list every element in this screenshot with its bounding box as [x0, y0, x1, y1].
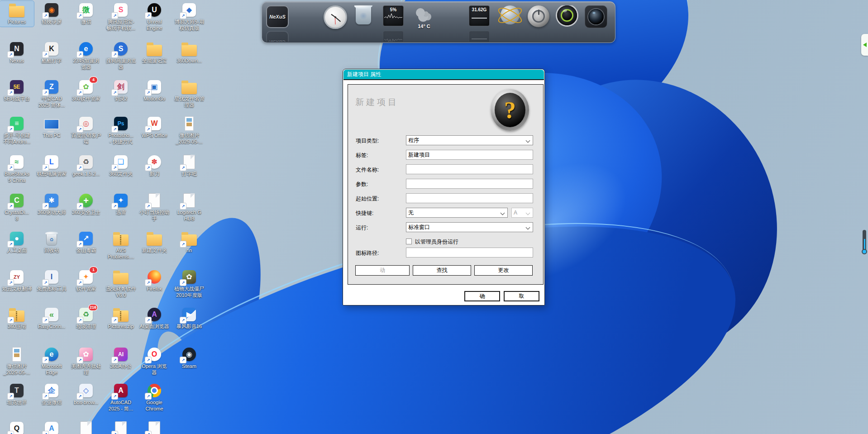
- dock-item-clock[interactable]: [323, 5, 348, 42]
- desktop-icon-plants-vs-zombies[interactable]: ✿↗植物大战僵尸 2010年度版: [172, 268, 206, 300]
- params-input[interactable]: [406, 179, 533, 189]
- desktop-icon-avs-problems-folder[interactable]: AVS Problems....: [104, 229, 138, 262]
- desktop-icon-free-icon-tool[interactable]: I↗免费图标工具: [34, 268, 69, 294]
- dock-item-network-globe[interactable]: [497, 5, 523, 42]
- find-button[interactable]: 查找: [413, 265, 471, 276]
- desktop-icon-meitu-batch[interactable]: ✿↗美图秀秀批处 理: [69, 345, 103, 377]
- desktop-icon-firefox[interactable]: ↗Firefox: [137, 268, 172, 294]
- desktop-icon-pictures[interactable]: Pictures: [0, 1, 34, 27]
- run-mode-select[interactable]: 标准窗口: [406, 222, 533, 232]
- desktop-icon-microsoft-edge[interactable]: e↗Microsoft Edge: [34, 345, 69, 377]
- desktop-icon-ai-desktop-browser[interactable]: A↗AI桌面浏览器: [137, 305, 172, 331]
- desktop-icon-360-driver-master[interactable]: ✱↗360驱动大师: [34, 191, 69, 217]
- desktop-icon-wechat-image-1[interactable]: 微信图片 _2025-05-...: [172, 114, 206, 147]
- desktop-icon-new-folder[interactable]: 新建文件夹: [137, 229, 172, 255]
- desktop-icon-sogou-browser[interactable]: S↗搜狗高速浏览 器: [104, 40, 138, 72]
- desktop-icon-geek-uninstaller[interactable]: ♻↗geek.1.5.2...: [69, 153, 103, 179]
- desktop-icon-lenovo-pc-manager[interactable]: L↗联想电脑管家: [34, 153, 69, 179]
- dock-item-recycle-bin[interactable]: [351, 5, 376, 42]
- desktop-icon-typing-bar[interactable]: ↗打字吧: [172, 153, 206, 179]
- file-name-input[interactable]: [406, 164, 533, 174]
- desktop-icon-360-safe-guard[interactable]: +↗360安全卫士: [69, 191, 103, 217]
- desktop-icon-steam[interactable]: ◉↗Steam: [172, 345, 206, 371]
- desktop-icon-360-folder[interactable]: ❏↗360文件夹: [104, 153, 138, 179]
- thermometer-icon[interactable]: [862, 230, 867, 256]
- dock-item-ram-meter[interactable]: 31.62G31.62G: [467, 5, 492, 42]
- desktop-icon-baidu-marketing[interactable]: ◎↗百度营销客户 端: [69, 114, 103, 147]
- ok-button[interactable]: 确: [464, 291, 500, 301]
- desktop-icon-photoshop[interactable]: Ps↗Photosho... - 快捷方式: [104, 114, 138, 147]
- project-type-select[interactable]: 程序: [406, 135, 533, 145]
- desktop-icon-5e-platform[interactable]: 5E↗5E对战平台: [0, 78, 34, 104]
- cancel-button[interactable]: 取: [504, 291, 539, 301]
- dock-item-nexus-launcher[interactable]: NeXuSNeXuS: [265, 5, 290, 42]
- desktop-icon-zwcad-2025[interactable]: Z↗中望CAD 2025 简体...: [34, 78, 69, 110]
- desktop-icon-2345-browser[interactable]: e↗2345加速浏 览器: [69, 40, 103, 72]
- desktop-icon-xunlei-thunder[interactable]: ✦↗迅雷: [104, 191, 138, 217]
- desktop-icon-wps-office[interactable]: W↗WPS Office: [137, 114, 172, 140]
- desktop-icon-tencent-app-store[interactable]: S↗腾讯应用宝- 畅玩手机软...: [104, 1, 138, 33]
- desktop-icon-boyi-master-5[interactable]: ◆↗博易大师5-期 权仿真版: [172, 1, 206, 33]
- desktop-icon-baofeng-player[interactable]: ▶↗暴风影音16: [172, 305, 206, 331]
- desktop-icon-ai-desktop[interactable]: ●↗人工桌面: [0, 229, 34, 255]
- desktop-icon-wecom[interactable]: 企↗企业微信: [34, 382, 69, 407]
- desktop-icon-autocad-2025[interactable]: A↗AutoCAD 2025 - 简...: [104, 382, 138, 414]
- desktop-icon-junk-cleaner[interactable]: ♻↗216垃圾清理: [69, 305, 103, 331]
- dock-item-speaker[interactable]: [554, 5, 580, 42]
- desktop-icon-android-multi[interactable]: ≡↗多开-可创建 不同Andro...: [0, 114, 34, 147]
- shortcut-arrow-icon: ↗: [111, 12, 118, 19]
- desktop-icon-360-ai-office[interactable]: AI↗360A办公: [104, 345, 138, 371]
- desktop-icon-nn-folder[interactable]: ↗nn: [172, 229, 206, 255]
- launch-button[interactable]: 动: [355, 265, 410, 276]
- label-input[interactable]: 新建项目: [406, 150, 533, 160]
- desktop-icon-pictures-zip[interactable]: ↗Pictures.zip: [104, 305, 138, 331]
- desktop-icon-opera[interactable]: O↗Opera 浏览 器: [137, 345, 172, 377]
- desktop-icon-qq[interactable]: Q↗: [0, 420, 34, 434]
- dock-item-cpu-meter[interactable]: 5%5%: [381, 5, 406, 42]
- desktop-icon-wechat-image-2[interactable]: 微信图片 _2025-05-...: [0, 345, 34, 377]
- admin-checkbox[interactable]: [406, 238, 412, 244]
- desktop-icon-google-chrome[interactable]: ↗Google Chrome: [137, 382, 172, 414]
- desktop-icon-bos-browser[interactable]: ◇↗bos-brow...: [69, 382, 103, 407]
- desktop-icon-360down-folder[interactable]: 360Down...: [172, 40, 206, 66]
- desktop-icon-kuku-typing[interactable]: K↗酷酷打字: [34, 40, 69, 66]
- desktop-icon-recycle-bin[interactable]: ♻回收站: [34, 229, 69, 255]
- desktop-icon-partial-doc-1[interactable]: [69, 420, 103, 434]
- desktop-icon-bluestacks-5[interactable]: ≈↗BlueStacks 5 China: [0, 153, 34, 185]
- desktop-icon-wechat[interactable]: 微↗微信: [69, 1, 103, 27]
- desktop-icon-unreal-engine[interactable]: U↗Unreal Engine: [137, 1, 172, 33]
- desktop-icon-motiongo[interactable]: ▣↗MotionGo: [137, 78, 172, 104]
- desktop-icon-file-name-manager-folder[interactable]: 星优文件名管 理器: [172, 78, 206, 110]
- icon-path-input[interactable]: [406, 248, 533, 258]
- start-location-input[interactable]: [406, 193, 533, 203]
- desktop-icon-nexus[interactable]: N↗Nexus: [0, 40, 34, 66]
- hotkey-modifier-select[interactable]: A: [511, 208, 533, 218]
- desktop-icon-logitech-g-hub[interactable]: ↗Logitech G HUB: [172, 191, 206, 224]
- hotkey-select[interactable]: 无: [406, 208, 508, 218]
- desktop-icon-screen-recorder[interactable]: ◉↗轻映录屏: [34, 1, 69, 27]
- desktop-icon-zhiyun-translator[interactable]: ZY↗知云文献翻译: [0, 268, 34, 294]
- dialog-titlebar[interactable]: 新建项目 属性: [343, 70, 544, 80]
- dock-item-camera[interactable]: [583, 5, 609, 42]
- desktop-icon-kingsoft-antivirus[interactable]: ↗↗金山毒霸: [69, 229, 103, 255]
- desktop-icon-software-manager[interactable]: ✦↗1软件管家: [69, 268, 103, 294]
- side-launcher-button[interactable]: [861, 34, 868, 56]
- desktop-icon-360-zip[interactable]: ↗360压缩: [0, 305, 34, 331]
- change-button[interactable]: 更改: [474, 265, 533, 276]
- dock-item-windows-start[interactable]: [294, 5, 319, 42]
- desktop-icon-easyconnect[interactable]: «↗EasyConn...: [34, 305, 69, 331]
- desktop-icon-partial-app[interactable]: A↗: [34, 420, 69, 434]
- desktop-icon-xuntu-finance-folder[interactable]: 迅兔财务软件 V6.0: [104, 268, 138, 300]
- desktop-icon-360-software-manager[interactable]: ✿↗4360软件管家: [69, 78, 103, 104]
- dock-item-power-button[interactable]: [526, 5, 551, 42]
- desktop-icon-yingdao[interactable]: ✽↗影刀: [137, 153, 172, 179]
- dock-item-weather[interactable]: 14° C14° C: [411, 5, 437, 42]
- desktop-icon-partial-doc-3[interactable]: ↗: [137, 420, 172, 434]
- desktop-icon-xiaodingdang-assistant[interactable]: ↗小叮当场控助 手: [137, 191, 172, 224]
- desktop-icon-crystaldiskinfo[interactable]: C↗CrystalDi... 8: [0, 191, 34, 224]
- desktop-icon-notes-folder[interactable]: 全能速记宝: [137, 40, 172, 66]
- desktop-icon-blade-soul-2[interactable]: 剑↗剑灵2: [104, 78, 138, 104]
- desktop-icon-partial-doc-2[interactable]: ↗: [104, 420, 138, 434]
- desktop-icon-world-of-tanks[interactable]: T↗坦克世界: [0, 382, 34, 407]
- desktop-icon-this-pc[interactable]: This PC: [34, 114, 69, 140]
